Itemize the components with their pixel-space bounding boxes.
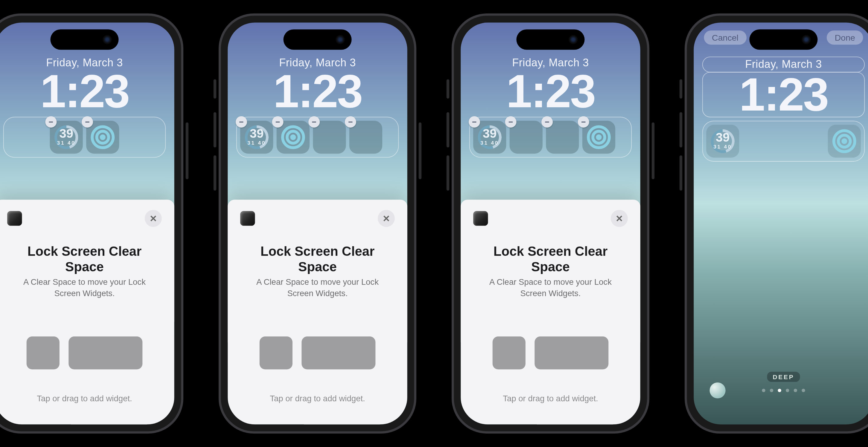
style-name-label: DEEP — [767, 372, 800, 382]
panel-subtitle: A Clear Space to move your LockScreen Wi… — [473, 277, 628, 299]
widget-size-small[interactable] — [27, 337, 60, 369]
weather-widget[interactable]: − 39 31 40 — [50, 121, 83, 153]
remove-widget-button[interactable]: − — [345, 116, 356, 128]
mute-switch[interactable] — [446, 79, 450, 99]
activity-widget[interactable] — [828, 125, 861, 158]
cancel-button[interactable]: Cancel — [704, 31, 747, 45]
close-panel-button[interactable]: ✕ — [145, 210, 162, 227]
widget-picker-panel: ✕ Lock Screen Clear Space A Clear Space … — [0, 200, 175, 424]
widget-picker-panel: ✕ Lock Screen Clear Space A Clear Space … — [228, 200, 407, 424]
widget-tray[interactable]: − 39 31 40 − − − — [236, 117, 399, 158]
pager-dot[interactable] — [778, 389, 781, 392]
widget-tray[interactable]: − 39 31 40 − − − — [469, 117, 632, 158]
pager-dot[interactable] — [762, 389, 765, 392]
volume-up-button[interactable] — [680, 112, 683, 148]
dynamic-island — [517, 29, 585, 49]
clear-space-widget[interactable]: − — [510, 121, 542, 153]
appearance-button[interactable] — [710, 382, 725, 398]
activity-widget[interactable]: − — [582, 121, 615, 153]
clearspace-app-icon — [7, 211, 22, 226]
panel-hint: Tap or drag to add widget. — [228, 394, 407, 403]
activity-widget[interactable]: − — [86, 121, 119, 153]
temp-range: 31 40 — [480, 140, 499, 145]
pager-dot[interactable] — [802, 389, 805, 392]
weather-widget[interactable]: − 39 31 40 — [473, 121, 506, 153]
activity-rings-icon — [832, 129, 856, 153]
widget-tray[interactable]: 39 31 40 — [702, 121, 865, 162]
clear-space-widget[interactable]: − — [313, 121, 346, 153]
widget-size-medium[interactable] — [534, 337, 609, 369]
activity-widget[interactable]: − — [277, 121, 310, 153]
widget-picker-panel: ✕ Lock Screen Clear Space A Clear Space … — [461, 200, 640, 424]
remove-widget-button[interactable]: − — [308, 116, 320, 128]
done-button[interactable]: Done — [827, 31, 863, 45]
panel-hint: Tap or drag to add widget. — [461, 394, 640, 403]
pager-dot[interactable] — [794, 389, 797, 392]
activity-rings-icon — [587, 125, 611, 149]
clear-space-widget[interactable]: − — [546, 121, 579, 153]
clearspace-app-icon — [473, 211, 488, 226]
widget-size-options — [7, 337, 162, 369]
activity-rings-icon — [91, 125, 115, 149]
temp-range: 31 40 — [57, 140, 76, 145]
remove-widget-button[interactable]: − — [541, 116, 553, 128]
close-panel-button[interactable]: ✕ — [611, 210, 628, 227]
temp-range: 31 40 — [247, 140, 266, 145]
panel-subtitle: A Clear Space to move your LockScreen Wi… — [240, 277, 395, 299]
activity-rings-icon — [281, 125, 305, 149]
panel-title: Lock Screen Clear Space — [473, 244, 628, 275]
stage: Friday, March 3 1:23 − 39 31 40 − — [0, 0, 868, 447]
dynamic-island — [749, 29, 818, 49]
pager-dot[interactable] — [770, 389, 773, 392]
pager-dot[interactable] — [786, 389, 789, 392]
lock-time[interactable]: 1:23 — [40, 69, 129, 113]
clear-space-widget[interactable]: − — [349, 121, 382, 153]
volume-up-button[interactable] — [214, 112, 217, 148]
style-pager[interactable]: DEEP — [762, 389, 805, 392]
volume-down-button[interactable] — [214, 156, 217, 191]
widget-size-medium[interactable] — [68, 337, 143, 369]
panel-title: Lock Screen Clear Space — [7, 244, 162, 275]
remove-widget-button[interactable]: − — [469, 116, 480, 128]
temp-value: 39 — [483, 126, 497, 141]
temp-value: 39 — [59, 126, 73, 141]
lock-time[interactable]: 1:23 — [506, 69, 595, 113]
widget-size-small[interactable] — [493, 337, 526, 369]
volume-up-button[interactable] — [446, 112, 450, 148]
lock-time-editable[interactable]: 1:23 — [702, 73, 865, 117]
power-button[interactable] — [186, 123, 189, 179]
temp-value: 39 — [250, 126, 264, 141]
close-panel-button[interactable]: ✕ — [378, 210, 395, 227]
widget-size-medium[interactable] — [302, 337, 375, 369]
mute-switch[interactable] — [214, 79, 217, 99]
widget-size-small[interactable] — [259, 337, 292, 369]
remove-widget-button[interactable]: − — [505, 116, 517, 128]
remove-widget-button[interactable]: − — [45, 116, 57, 128]
remove-widget-button[interactable]: − — [236, 116, 247, 128]
panel-title: Lock Screen Clear Space — [240, 244, 395, 275]
power-button[interactable] — [419, 123, 422, 179]
phone-frame-4: Cancel Done Friday, March 3 1:23 39 31 4… — [687, 16, 868, 432]
panel-subtitle: A Clear Space to move your LockScreen Wi… — [7, 277, 162, 299]
volume-down-button[interactable] — [680, 156, 683, 191]
power-button[interactable] — [652, 123, 655, 179]
dynamic-island — [284, 29, 352, 49]
widget-size-options — [473, 337, 628, 369]
dynamic-island — [51, 29, 119, 49]
panel-hint: Tap or drag to add widget. — [0, 394, 175, 403]
phone-frame-1: Friday, March 3 1:23 − 39 31 40 − — [0, 16, 181, 432]
pager-dots — [762, 389, 805, 392]
weather-content: 39 31 40 — [706, 125, 739, 158]
screen-2: Friday, March 3 1:23 − 39 31 40 − — [228, 23, 407, 424]
screen-3: Friday, March 3 1:23 − 39 31 40 − − — [461, 23, 640, 424]
temp-range: 31 40 — [713, 144, 732, 150]
mute-switch[interactable] — [680, 79, 683, 99]
screen-1: Friday, March 3 1:23 − 39 31 40 − — [0, 23, 175, 424]
volume-down-button[interactable] — [446, 156, 450, 191]
weather-widget[interactable]: 39 31 40 — [706, 125, 739, 158]
lock-time[interactable]: 1:23 — [273, 69, 362, 113]
widget-size-options — [240, 337, 395, 369]
temp-value: 39 — [716, 130, 730, 145]
weather-widget[interactable]: − 39 31 40 — [240, 121, 273, 153]
widget-tray[interactable]: − 39 31 40 − — [3, 117, 166, 158]
